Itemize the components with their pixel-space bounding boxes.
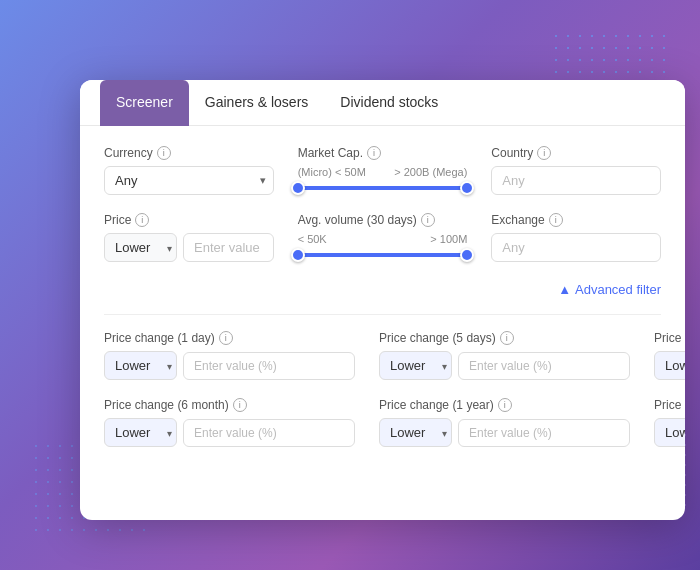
country-filter: Country i <box>491 146 661 195</box>
price-input[interactable] <box>183 233 274 262</box>
market-cap-thumb-right[interactable] <box>460 181 474 195</box>
currency-filter: Currency i Any USD EUR GBP ▾ <box>104 146 274 195</box>
country-info-icon[interactable]: i <box>537 146 551 160</box>
price-label: Price i <box>104 213 274 227</box>
market-cap-max-label: > 200B (Mega) <box>394 166 467 178</box>
pc-1year-select[interactable]: LowerHigherEqual <box>379 418 452 447</box>
avg-volume-min-label: < 50K <box>298 233 327 245</box>
pc-1day: Price change (1 day) i LowerHigherEqual … <box>104 331 355 380</box>
main-card: Screener Gainers & losers Dividend stock… <box>80 80 685 520</box>
avg-volume-label: Avg. volume (30 days) i <box>298 213 468 227</box>
content-area: Currency i Any USD EUR GBP ▾ Market Cap. <box>80 126 685 516</box>
pc-1month-input-row: LowerHigherEqual ▾ <box>654 351 685 380</box>
price-filter: Price i Lower Higher Equal ▾ <box>104 213 274 262</box>
avg-volume-thumb-right[interactable] <box>460 248 474 262</box>
pc-1year-input[interactable] <box>458 419 630 447</box>
pc-1day-info-icon[interactable]: i <box>219 331 233 345</box>
pc-5days-select[interactable]: LowerHigherEqual <box>379 351 452 380</box>
exchange-info-icon[interactable]: i <box>549 213 563 227</box>
price-change-row-2: Price change (6 month) i LowerHigherEqua… <box>104 398 661 447</box>
market-cap-range-labels: (Micro) < 50M > 200B (Mega) <box>298 166 468 178</box>
pc-2years-select[interactable]: LowerHigherEqual <box>654 418 685 447</box>
tab-gainers-losers[interactable]: Gainers & losers <box>189 80 324 126</box>
pc-5days-label-text: Price change (5 days) <box>379 331 496 345</box>
pc-1month-label: Price change (1 month) i <box>654 331 685 345</box>
country-input[interactable] <box>491 166 661 195</box>
pc-1month-select[interactable]: LowerHigherEqual <box>654 351 685 380</box>
pc-6month-select[interactable]: LowerHigherEqual <box>104 418 177 447</box>
country-label-text: Country <box>491 146 533 160</box>
pc-6month-select-wrap: LowerHigherEqual ▾ <box>104 418 177 447</box>
price-label-text: Price <box>104 213 131 227</box>
price-info-icon[interactable]: i <box>135 213 149 227</box>
market-cap-label: Market Cap. i <box>298 146 468 160</box>
currency-select[interactable]: Any USD EUR GBP <box>104 166 274 195</box>
country-label: Country i <box>491 146 661 160</box>
pc-1month: Price change (1 month) i LowerHigherEqua… <box>654 331 685 380</box>
pc-1year-info-icon[interactable]: i <box>498 398 512 412</box>
country-select-wrap <box>491 166 661 195</box>
pc-5days-info-icon[interactable]: i <box>500 331 514 345</box>
pc-5days-input-row: LowerHigherEqual ▾ <box>379 351 630 380</box>
market-cap-info-icon[interactable]: i <box>367 146 381 160</box>
exchange-select-wrap <box>491 233 661 262</box>
pc-1year-label: Price change (1 year) i <box>379 398 630 412</box>
avg-volume-fill <box>298 253 468 257</box>
pc-5days: Price change (5 days) i LowerHigherEqual… <box>379 331 630 380</box>
pc-6month-input[interactable] <box>183 419 355 447</box>
pc-1day-label-text: Price change (1 day) <box>104 331 215 345</box>
advanced-filter-icon: ▲ <box>558 282 571 297</box>
market-cap-track[interactable] <box>298 186 468 190</box>
tab-bar: Screener Gainers & losers Dividend stock… <box>80 80 685 126</box>
pc-2years-input-row: LowerHigherEqual ▾ <box>654 418 685 447</box>
price-select-wrap: Lower Higher Equal ▾ <box>104 233 177 262</box>
pc-5days-input[interactable] <box>458 352 630 380</box>
avg-volume-info-icon[interactable]: i <box>421 213 435 227</box>
exchange-label-text: Exchange <box>491 213 544 227</box>
price-input-row: Lower Higher Equal ▾ <box>104 233 274 262</box>
market-cap-fill <box>298 186 468 190</box>
avg-volume-track[interactable] <box>298 253 468 257</box>
pc-1day-input[interactable] <box>183 352 355 380</box>
avg-volume-range-labels: < 50K > 100M <box>298 233 468 245</box>
filter-row-1: Currency i Any USD EUR GBP ▾ Market Cap. <box>104 146 661 195</box>
pc-1day-select[interactable]: LowerHigherEqual <box>104 351 177 380</box>
avg-volume-thumb-left[interactable] <box>291 248 305 262</box>
avg-volume-filter: Avg. volume (30 days) i < 50K > 100M <box>298 213 468 262</box>
exchange-input[interactable] <box>491 233 661 262</box>
tab-screener[interactable]: Screener <box>100 80 189 126</box>
pc-1month-select-wrap: LowerHigherEqual ▾ <box>654 351 685 380</box>
advanced-filter-label: Advanced filter <box>575 282 661 297</box>
market-cap-label-text: Market Cap. <box>298 146 363 160</box>
currency-label: Currency i <box>104 146 274 160</box>
advanced-filter-toggle: ▲ Advanced filter <box>104 280 661 298</box>
pc-5days-select-wrap: LowerHigherEqual ▾ <box>379 351 452 380</box>
price-change-row-1: Price change (1 day) i LowerHigherEqual … <box>104 331 661 380</box>
pc-5days-label: Price change (5 days) i <box>379 331 630 345</box>
exchange-label: Exchange i <box>491 213 661 227</box>
pc-2years-label: Price change (2 years) i <box>654 398 685 412</box>
pc-2years-label-text: Price change (2 years) <box>654 398 685 412</box>
pc-1day-input-row: LowerHigherEqual ▾ <box>104 351 355 380</box>
price-select[interactable]: Lower Higher Equal <box>104 233 177 262</box>
pc-6month-label-text: Price change (6 month) <box>104 398 229 412</box>
currency-info-icon[interactable]: i <box>157 146 171 160</box>
advanced-filter-button[interactable]: ▲ Advanced filter <box>558 282 661 297</box>
pc-1day-label: Price change (1 day) i <box>104 331 355 345</box>
pc-1month-label-text: Price change (1 month) <box>654 331 685 345</box>
pc-1year-label-text: Price change (1 year) <box>379 398 494 412</box>
pc-6month-info-icon[interactable]: i <box>233 398 247 412</box>
pc-6month-label: Price change (6 month) i <box>104 398 355 412</box>
exchange-filter: Exchange i <box>491 213 661 262</box>
avg-volume-label-text: Avg. volume (30 days) <box>298 213 417 227</box>
market-cap-filter: Market Cap. i (Micro) < 50M > 200B (Mega… <box>298 146 468 195</box>
avg-volume-range: < 50K > 100M <box>298 233 468 261</box>
avg-volume-max-label: > 100M <box>430 233 467 245</box>
pc-2years: Price change (2 years) i LowerHigherEqua… <box>654 398 685 447</box>
market-cap-range: (Micro) < 50M > 200B (Mega) <box>298 166 468 194</box>
market-cap-thumb-left[interactable] <box>291 181 305 195</box>
pc-2years-select-wrap: LowerHigherEqual ▾ <box>654 418 685 447</box>
pc-1day-select-wrap: LowerHigherEqual ▾ <box>104 351 177 380</box>
pc-6month-input-row: LowerHigherEqual ▾ <box>104 418 355 447</box>
tab-dividend-stocks[interactable]: Dividend stocks <box>324 80 454 126</box>
